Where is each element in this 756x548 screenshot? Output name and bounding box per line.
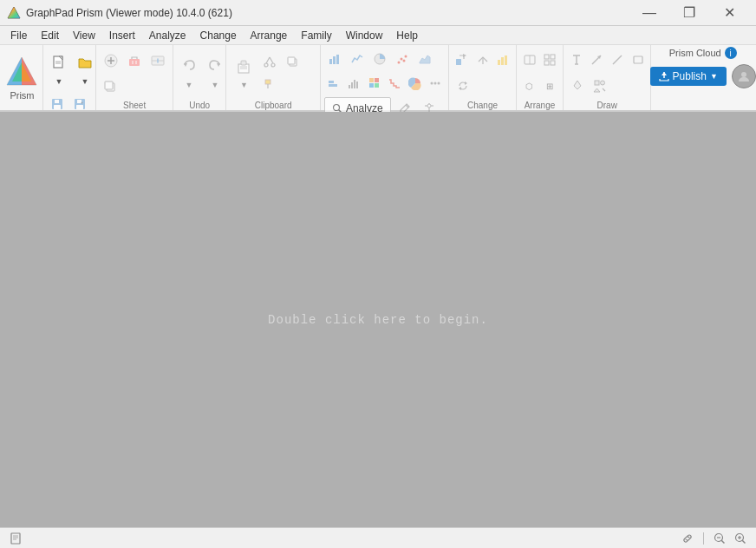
zoom-out-button[interactable] <box>711 530 728 547</box>
menu-view[interactable]: View <box>66 26 102 45</box>
redo-button[interactable] <box>203 54 227 78</box>
menu-insert[interactable]: Insert <box>102 26 142 45</box>
menu-file[interactable]: File <box>3 26 34 45</box>
heat-map-button[interactable] <box>365 73 384 94</box>
svg-line-38 <box>266 57 270 63</box>
link-icon-button[interactable] <box>679 530 696 547</box>
area-chart-button[interactable] <box>414 49 435 69</box>
refresh-button[interactable] <box>453 75 473 96</box>
svg-rect-59 <box>375 78 379 82</box>
new-file-button[interactable] <box>47 50 71 75</box>
svg-rect-29 <box>105 82 113 89</box>
undo-dropdown[interactable]: ▼ <box>177 78 201 92</box>
svg-rect-92 <box>595 81 599 85</box>
zoom-in-button[interactable] <box>732 530 749 547</box>
add-row-button[interactable] <box>147 49 169 73</box>
align-center[interactable]: ⊞ <box>541 75 560 96</box>
parts-of-whole-button[interactable] <box>406 73 425 94</box>
svg-rect-55 <box>351 82 353 88</box>
svg-rect-44 <box>329 59 332 64</box>
undo-button[interactable] <box>177 54 201 78</box>
change-group-label: Change <box>453 99 512 110</box>
new-file-dropdown[interactable]: ▼ <box>47 75 71 88</box>
svg-point-70 <box>427 104 431 108</box>
ribbon-group-draw: Draw <box>564 45 651 110</box>
change-data-format[interactable] <box>473 49 492 70</box>
delete-sheet-button[interactable] <box>124 49 146 73</box>
svg-point-36 <box>264 63 268 67</box>
info-icon[interactable]: i <box>725 47 737 59</box>
paste-button[interactable] <box>230 54 257 78</box>
redo-dropdown[interactable]: ▼ <box>203 78 227 92</box>
svg-point-37 <box>271 63 275 67</box>
minimize-button[interactable]: — <box>629 0 669 26</box>
align-left[interactable]: ⬡ <box>520 75 539 96</box>
svg-line-90 <box>613 55 622 64</box>
scatter-chart-button[interactable] <box>392 49 413 69</box>
menu-family[interactable]: Family <box>294 26 338 45</box>
paste-dropdown[interactable]: ▼ <box>230 78 257 92</box>
close-button[interactable]: ✕ <box>709 0 749 26</box>
bar-chart-button[interactable] <box>324 49 345 69</box>
shape-tool[interactable] <box>629 49 648 70</box>
menu-help[interactable]: Help <box>389 26 425 45</box>
format-painter-button[interactable] <box>259 74 280 95</box>
arrange-group-label: Arrange <box>520 99 559 110</box>
svg-rect-57 <box>356 82 358 88</box>
page-icon-button[interactable] <box>7 530 24 547</box>
line-chart-button[interactable] <box>347 49 368 69</box>
duplicate-sheet-button[interactable] <box>100 76 121 97</box>
svg-rect-84 <box>551 61 555 65</box>
more-charts-button[interactable] <box>427 73 446 94</box>
clipboard-group-label: Clipboard <box>230 99 316 110</box>
ribbon-group-prism-cloud: Prism Cloud i Publish ▼ Cloud <box>651 45 754 110</box>
ribbon-group-undo: ▼ ▼ Undo <box>173 45 226 110</box>
undo-buttons: ▼ ▼ <box>177 47 222 99</box>
main-canvas[interactable]: Double click here to begin. <box>0 112 756 527</box>
copy-button[interactable] <box>282 51 303 72</box>
svg-rect-41 <box>288 57 295 64</box>
pie-chart-button[interactable] <box>369 49 390 69</box>
restore-button[interactable]: ❐ <box>669 0 709 26</box>
survival-button[interactable] <box>386 73 405 94</box>
change-graph-type[interactable] <box>453 49 472 70</box>
svg-marker-78 <box>459 87 461 90</box>
ribbon-group-clipboard: ▼ Clipboard <box>226 45 320 110</box>
publish-button[interactable]: Publish ▼ <box>650 67 727 86</box>
bar2-chart-button[interactable] <box>324 73 343 94</box>
line-tool[interactable] <box>608 49 627 70</box>
open-file-split: ▼ <box>73 49 97 90</box>
svg-rect-42 <box>265 80 270 84</box>
svg-rect-81 <box>544 55 549 59</box>
menu-edit[interactable]: Edit <box>34 26 66 45</box>
arrange-pages[interactable] <box>520 49 539 70</box>
svg-rect-45 <box>333 56 336 64</box>
svg-marker-72 <box>463 54 466 57</box>
menu-analyze[interactable]: Analyze <box>142 26 193 45</box>
more-shapes-button[interactable] <box>590 75 610 96</box>
histogram-button[interactable] <box>344 73 363 94</box>
svg-point-64 <box>438 82 440 85</box>
group-button[interactable] <box>541 49 560 70</box>
paste-split: ▼ <box>230 52 257 94</box>
arrow-tool[interactable] <box>588 49 607 70</box>
open-file-dropdown[interactable]: ▼ <box>73 75 97 88</box>
text-tool[interactable] <box>567 49 586 70</box>
analysis-buttons <box>324 47 445 71</box>
fill-color-button[interactable] <box>567 75 588 96</box>
change-analysis[interactable] <box>493 49 512 70</box>
new-sheet-button[interactable] <box>100 49 121 73</box>
menu-window[interactable]: Window <box>339 26 390 45</box>
svg-rect-58 <box>369 78 374 82</box>
user-avatar[interactable] <box>732 64 756 88</box>
change-buttons-2 <box>453 73 512 99</box>
analysis-buttons-2 <box>324 71 445 95</box>
svg-marker-77 <box>465 82 467 85</box>
open-file-button[interactable] <box>73 50 97 75</box>
menu-change[interactable]: Change <box>193 26 244 45</box>
title-bar: GraphPad Prism (Viewer mode) 10.4.0 (621… <box>0 0 756 26</box>
svg-point-50 <box>402 60 405 62</box>
cut-button[interactable] <box>259 51 280 72</box>
menu-arrange[interactable]: Arrange <box>244 26 295 45</box>
arrange-buttons-2: ⬡ ⊞ <box>520 73 559 99</box>
